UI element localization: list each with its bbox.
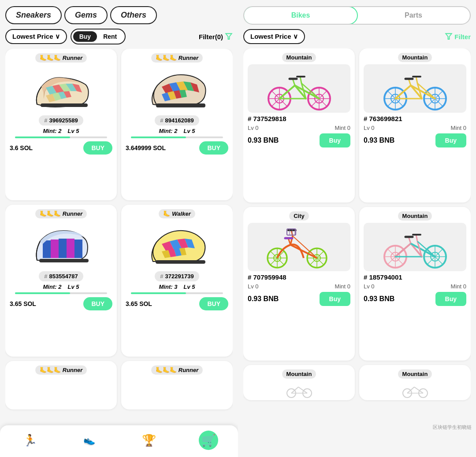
bike-price-1: 0.93 BNB bbox=[248, 136, 279, 144]
right-filter-row: Lowest Price ∨ Filter bbox=[243, 29, 471, 44]
bike-buy-btn-4[interactable]: Buy bbox=[435, 292, 466, 306]
svg-line-56 bbox=[300, 77, 301, 83]
buy-rent-toggle: Buy Rent bbox=[71, 29, 126, 44]
bike-type-4: Mountain bbox=[398, 211, 432, 221]
bike-bottom-3: 0.93 BNB Buy bbox=[248, 292, 350, 306]
tab-sneakers[interactable]: Sneakers bbox=[5, 6, 62, 24]
svg-rect-24 bbox=[59, 239, 67, 258]
tab-others[interactable]: Others bbox=[110, 6, 157, 24]
price-1: 3.6 SOL bbox=[10, 144, 33, 151]
bike-buy-btn-1[interactable]: Buy bbox=[320, 133, 350, 147]
buy-toggle[interactable]: Buy bbox=[73, 31, 97, 42]
watermark: 区块链学生初晓链 bbox=[433, 424, 472, 431]
svg-line-123 bbox=[416, 235, 417, 241]
card-type-5: 🦶🦶🦶 Runner bbox=[35, 365, 87, 375]
tab-parts[interactable]: Parts bbox=[357, 7, 470, 24]
svg-rect-23 bbox=[51, 240, 59, 258]
sneaker-card-5-partial: 🦶🦶🦶 Runner bbox=[5, 361, 117, 409]
bike-meta-1: Lv 0 Mint 0 bbox=[248, 125, 350, 131]
nav-sneakers[interactable]: 👟 bbox=[80, 431, 99, 450]
card-type-6: 🦶🦶🦶 Runner bbox=[151, 365, 203, 375]
sneakers-grid: 🦶🦶🦶 Runner bbox=[5, 49, 233, 451]
svg-rect-22 bbox=[43, 240, 51, 258]
card-type-3: 🦶🦶🦶 Runner bbox=[35, 209, 87, 218]
card-type-4: 🦶 Walker bbox=[159, 209, 195, 218]
bike-bottom-4: 0.93 BNB Buy bbox=[364, 292, 466, 306]
bike-img-1 bbox=[248, 64, 350, 113]
bike-type-1: Mountain bbox=[282, 53, 316, 62]
bike-buy-btn-3[interactable]: Buy bbox=[320, 292, 350, 306]
rent-toggle[interactable]: Rent bbox=[97, 31, 123, 42]
price-dropdown-left[interactable]: Lowest Price ∨ bbox=[5, 29, 67, 44]
svg-rect-11 bbox=[41, 103, 88, 107]
card-type-1: 🦶🦶🦶 Runner bbox=[35, 53, 87, 63]
buy-btn-2[interactable]: BUY bbox=[199, 141, 228, 155]
sneaker-card-6-partial: 🦶🦶🦶 Runner bbox=[121, 361, 233, 409]
card-bottom-2: 3.649999 SOL BUY bbox=[126, 141, 228, 155]
sneaker-img-3 bbox=[26, 221, 97, 269]
bike-card-6-partial: Mountain bbox=[359, 365, 471, 400]
bike-id-3: # 707959948 bbox=[248, 273, 350, 281]
right-panel: Bikes Parts Lowest Price ∨ Filter Mounta… bbox=[238, 0, 476, 457]
bike-type-5: Mountain bbox=[282, 369, 316, 379]
card-type-2: 🦶🦶🦶 Runner bbox=[151, 53, 203, 63]
partial-bike-icon-6 bbox=[402, 381, 428, 398]
card-id-1: #396925589 bbox=[39, 115, 83, 125]
filter-button-right[interactable]: Filter bbox=[445, 33, 471, 41]
progress-bar-1 bbox=[15, 136, 108, 138]
bike-price-4: 0.93 BNB bbox=[364, 295, 394, 303]
filter-button-left[interactable]: Filter(0) bbox=[199, 33, 233, 41]
bike-card-4: Mountain bbox=[359, 207, 471, 361]
nav-shop[interactable]: 🛒 bbox=[199, 431, 218, 450]
progress-bar-4 bbox=[131, 292, 223, 294]
price-dropdown-right[interactable]: Lowest Price ∨ bbox=[243, 29, 305, 44]
bike-type-3: City bbox=[289, 211, 309, 221]
left-filter-row: Lowest Price ∨ Buy Rent Filter(0) bbox=[5, 29, 233, 44]
card-meta-3: Mint: 2 Lv 5 bbox=[43, 284, 79, 290]
filter-icon-right bbox=[445, 33, 453, 41]
buy-btn-1[interactable]: BUY bbox=[83, 141, 112, 155]
bike-card-1: Mountain bbox=[243, 48, 355, 203]
buy-btn-3[interactable]: BUY bbox=[83, 297, 112, 310]
nav-run[interactable]: 🏃 bbox=[20, 431, 40, 450]
card-id-3: #853554787 bbox=[39, 271, 83, 281]
sneaker-card-3: 🦶🦶🦶 Runner bbox=[5, 205, 117, 356]
partial-bike-icon-5 bbox=[286, 381, 312, 398]
svg-marker-0 bbox=[226, 33, 232, 39]
bike-meta-3: Lv 0 Mint 0 bbox=[248, 283, 350, 290]
bike-buy-btn-2[interactable]: Buy bbox=[435, 133, 466, 147]
bike-id-4: # 185794001 bbox=[364, 273, 466, 281]
bike-price-3: 0.93 BNB bbox=[248, 295, 279, 303]
bike-img-2 bbox=[364, 64, 466, 113]
bike-price-2: 0.93 BNB bbox=[364, 136, 394, 144]
tab-bikes[interactable]: Bikes bbox=[243, 6, 358, 25]
left-panel: Sneakers Gems Others Lowest Price ∨ Buy … bbox=[0, 0, 238, 457]
progress-bar-3 bbox=[15, 292, 108, 294]
progress-bar-2 bbox=[131, 136, 223, 138]
bike-img-3 bbox=[248, 223, 350, 271]
tab-gems[interactable]: Gems bbox=[64, 6, 108, 24]
bike-meta-4: Lv 0 Mint 0 bbox=[364, 283, 466, 290]
bike-card-5-partial: Mountain bbox=[243, 365, 355, 400]
card-id-4: #372291739 bbox=[155, 271, 199, 281]
price-4: 3.65 SOL bbox=[126, 300, 152, 307]
filter-icon-left bbox=[225, 33, 233, 41]
bike-id-2: # 763699821 bbox=[364, 115, 466, 122]
sneaker-img-4 bbox=[142, 221, 212, 269]
price-2: 3.649999 SOL bbox=[126, 144, 166, 151]
card-bottom-4: 3.65 SOL BUY bbox=[126, 297, 228, 310]
bike-type-2: Mountain bbox=[398, 53, 432, 62]
bikes-grid: Mountain bbox=[243, 48, 471, 451]
bike-type-6: Mountain bbox=[398, 369, 432, 379]
buy-btn-4[interactable]: BUY bbox=[199, 297, 228, 310]
svg-rect-27 bbox=[39, 259, 89, 262]
card-meta-2: Mint: 2 Lv 5 bbox=[159, 128, 195, 134]
card-bottom-3: 3.65 SOL BUY bbox=[10, 297, 112, 310]
sneaker-card-1: 🦶🦶🦶 Runner bbox=[5, 49, 117, 200]
bike-bottom-2: 0.93 BNB Buy bbox=[364, 133, 466, 147]
sneaker-card-2: 🦶🦶🦶 Runner bbox=[121, 49, 233, 200]
nav-ranking[interactable]: 🏆 bbox=[139, 431, 159, 450]
card-bottom-1: 3.6 SOL BUY bbox=[10, 141, 112, 155]
card-meta-4: Mint: 3 Lv 5 bbox=[159, 284, 195, 290]
sneaker-card-4: 🦶 Walker bbox=[121, 205, 233, 356]
